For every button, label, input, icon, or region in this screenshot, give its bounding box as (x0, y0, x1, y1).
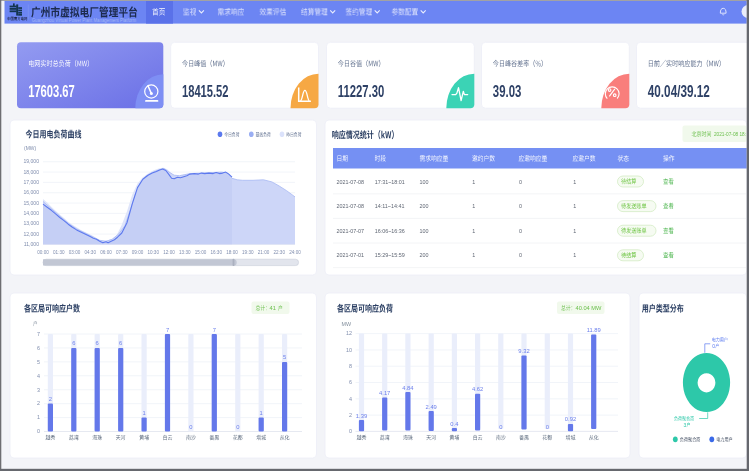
svg-text:Guangzhou Virtual Power Plant: Guangzhou Virtual Power Plant Management… (32, 18, 137, 23)
svg-text:6: 6 (119, 340, 122, 346)
svg-text:1: 1 (472, 179, 475, 185)
svg-text:17603.67: 17603.67 (28, 82, 74, 101)
svg-text:2: 2 (349, 412, 352, 418)
svg-text:09:00: 09:00 (132, 250, 144, 255)
svg-text:1: 1 (260, 410, 263, 416)
svg-text:16,000: 16,000 (23, 189, 39, 195)
svg-text:1: 1 (472, 228, 475, 234)
svg-text:19,000: 19,000 (23, 158, 39, 164)
svg-text:6: 6 (349, 379, 352, 385)
svg-text:18415.52: 18415.52 (182, 82, 229, 101)
svg-text:6: 6 (72, 340, 75, 346)
svg-text:0: 0 (349, 428, 352, 434)
svg-text:4.84: 4.84 (402, 385, 414, 391)
svg-text:0: 0 (499, 424, 502, 430)
svg-text:11,000: 11,000 (24, 241, 39, 247)
svg-text:4: 4 (349, 396, 352, 402)
svg-text:2021-07-08 18:: 2021-07-08 18: (714, 131, 746, 137)
svg-text:0: 0 (519, 228, 522, 234)
svg-text:24:00: 24:00 (289, 250, 301, 255)
svg-text:16:30: 16:30 (210, 250, 222, 255)
svg-text:6: 6 (37, 345, 40, 351)
svg-text:40.04 MW: 40.04 MW (576, 305, 603, 311)
svg-text:0: 0 (189, 424, 192, 430)
svg-text:5: 5 (37, 359, 40, 365)
svg-text:0: 0 (519, 179, 522, 185)
svg-text:200: 200 (420, 203, 429, 209)
svg-text:4.62: 4.62 (472, 386, 483, 392)
svg-text:9.32: 9.32 (518, 348, 529, 354)
svg-text:2021-07-07: 2021-07-07 (337, 228, 365, 234)
svg-text:03:00: 03:00 (69, 250, 81, 255)
svg-text:1: 1 (142, 410, 145, 416)
svg-text:00:00: 00:00 (37, 250, 49, 255)
svg-text:14,000: 14,000 (23, 210, 39, 216)
svg-text:13:30: 13:30 (179, 250, 191, 255)
svg-text:5: 5 (283, 354, 286, 360)
svg-text:15:00: 15:00 (195, 250, 207, 255)
svg-text:0: 0 (37, 428, 40, 434)
svg-text:7: 7 (166, 327, 169, 333)
svg-text:0: 0 (546, 424, 549, 430)
svg-text:2021-07-08: 2021-07-08 (337, 203, 365, 209)
svg-text:40.04/39.12: 40.04/39.12 (648, 82, 710, 101)
svg-text:41: 41 (270, 305, 276, 311)
svg-text:19:30: 19:30 (242, 250, 254, 255)
svg-text:3: 3 (37, 387, 40, 393)
svg-text:1: 1 (573, 228, 576, 234)
svg-text:12:00: 12:00 (163, 250, 175, 255)
svg-text:0.4: 0.4 (450, 421, 459, 427)
svg-text:39.03: 39.03 (493, 82, 522, 101)
svg-text:0.92: 0.92 (565, 416, 576, 422)
svg-text:2: 2 (37, 400, 40, 406)
svg-text:13,000: 13,000 (23, 220, 39, 226)
svg-text:4.17: 4.17 (379, 390, 390, 396)
svg-text:18,000: 18,000 (23, 169, 39, 175)
svg-text:17:31~18:01: 17:31~18:01 (375, 179, 405, 185)
svg-text:2021-07-01: 2021-07-01 (337, 252, 365, 258)
svg-text:2.49: 2.49 (426, 404, 437, 410)
svg-text:2021-07-08: 2021-07-08 (337, 179, 365, 185)
svg-text:(MW): (MW) (24, 145, 37, 151)
svg-text:1: 1 (472, 252, 475, 258)
svg-text:1: 1 (573, 203, 576, 209)
svg-text:16:06~16:36: 16:06~16:36 (375, 228, 405, 234)
svg-text:1: 1 (472, 203, 475, 209)
svg-text:17,000: 17,000 (23, 179, 39, 185)
svg-text:07:30: 07:30 (116, 250, 128, 255)
svg-text:1: 1 (37, 414, 40, 420)
svg-text:0: 0 (236, 424, 239, 430)
svg-text:0: 0 (712, 343, 715, 349)
svg-text:12,000: 12,000 (23, 231, 39, 237)
svg-text:8: 8 (349, 363, 352, 369)
svg-text:7: 7 (213, 327, 216, 333)
svg-text:21:00: 21:00 (258, 250, 270, 255)
svg-text:10:30: 10:30 (147, 250, 159, 255)
svg-text:15,000: 15,000 (23, 200, 39, 206)
svg-text:11.89: 11.89 (587, 327, 601, 333)
svg-text:1: 1 (573, 179, 576, 185)
svg-text:100: 100 (420, 179, 429, 185)
svg-text:6: 6 (96, 340, 99, 346)
svg-text:01:30: 01:30 (53, 250, 65, 255)
svg-text:06:00: 06:00 (100, 250, 112, 255)
svg-text:200: 200 (420, 252, 429, 258)
svg-text:22:30: 22:30 (273, 250, 285, 255)
svg-text:18:00: 18:00 (226, 250, 238, 255)
svg-text:1.39: 1.39 (356, 413, 367, 419)
svg-text:100: 100 (420, 228, 429, 234)
svg-text:4: 4 (37, 373, 40, 379)
svg-text:3: 3 (684, 422, 687, 428)
svg-text:11227.30: 11227.30 (338, 82, 385, 101)
svg-text:12: 12 (346, 330, 352, 336)
svg-text:14:11~14:41: 14:11~14:41 (375, 203, 405, 209)
svg-text:2: 2 (49, 396, 52, 402)
svg-text:7: 7 (37, 331, 40, 337)
svg-text:15:29~15:59: 15:29~15:59 (375, 252, 405, 258)
svg-text:MW: MW (342, 321, 352, 327)
svg-text:1: 1 (573, 252, 576, 258)
svg-text:0: 0 (519, 252, 522, 258)
svg-text:04:30: 04:30 (84, 250, 96, 255)
svg-text:10: 10 (346, 347, 352, 353)
svg-text:0: 0 (519, 203, 522, 209)
